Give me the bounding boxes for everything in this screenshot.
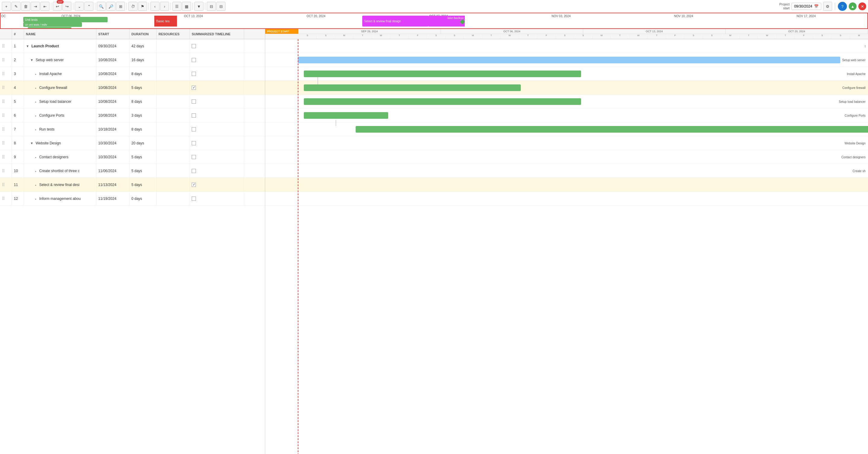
- task-name[interactable]: ● Install Apache: [26, 72, 62, 76]
- task-checkbox[interactable]: [192, 169, 196, 173]
- drag-handle[interactable]: ⠿: [0, 136, 12, 150]
- task-name[interactable]: ● Run tests: [26, 127, 55, 131]
- drag-handle[interactable]: ⠿: [0, 109, 12, 122]
- drag-handle[interactable]: ⠿: [0, 81, 12, 94]
- expand-button[interactable]: ⌄: [75, 2, 84, 11]
- task-timeline: [190, 192, 244, 205]
- task-checkbox[interactable]: [192, 99, 196, 104]
- redo-button[interactable]: ↪: [62, 2, 71, 11]
- edit-button[interactable]: ✎: [11, 2, 21, 11]
- collapse-icon[interactable]: ▼: [30, 141, 33, 145]
- task-duration: 5 days: [130, 164, 157, 178]
- fit-button[interactable]: ⊞: [116, 2, 125, 11]
- columns-button[interactable]: ⊟: [216, 2, 225, 11]
- task-timeline: [190, 150, 244, 164]
- drag-handle[interactable]: ⠿: [0, 150, 12, 164]
- table-row: ⠿ 10 ● Create shortlist of three c 11/06…: [0, 164, 265, 178]
- task-checkbox[interactable]: [192, 44, 196, 48]
- task-checkbox[interactable]: ✓: [192, 183, 196, 187]
- project-start-date-value: 09/30/2024: [794, 4, 812, 8]
- task-checkbox[interactable]: [192, 127, 196, 131]
- task-duration: 3 days: [130, 109, 157, 122]
- drag-handle[interactable]: ⠿: [0, 39, 12, 53]
- task-resources: [157, 136, 190, 150]
- day-label: S: [574, 34, 592, 39]
- task-resources: [157, 164, 190, 178]
- row-num: 10: [12, 164, 24, 178]
- next-button[interactable]: ›: [160, 2, 169, 11]
- add-task-button[interactable]: +: [2, 2, 11, 11]
- delete-button[interactable]: 🗑: [21, 2, 30, 11]
- drag-handle[interactable]: ⠿: [0, 95, 12, 108]
- task-checkbox[interactable]: [192, 58, 196, 62]
- task-name[interactable]: ● Setup load balancer: [26, 99, 71, 104]
- task-name[interactable]: ● Create shortlist of three c: [26, 169, 80, 173]
- task-duration: 8 days: [130, 122, 157, 136]
- task-resources: [157, 192, 190, 205]
- task-resources: [157, 81, 190, 94]
- project-start-date[interactable]: 09/30/2024 📅: [792, 3, 821, 10]
- calendar-icon: 📅: [814, 4, 818, 8]
- drag-handle[interactable]: ⠿: [0, 67, 12, 81]
- collapse-button[interactable]: ⌃: [84, 2, 93, 11]
- task-duration: 5 days: [130, 178, 157, 191]
- task-resources: [157, 95, 190, 108]
- th-timeline: SUMMARIZED TIMELINE: [190, 29, 244, 39]
- flag-button[interactable]: ⚑: [138, 2, 147, 11]
- table-row: ⠿ 4 ● Configure firewall 10/08/2024 5 da…: [0, 81, 265, 95]
- drag-handle[interactable]: ⠿: [0, 53, 12, 67]
- indent-button[interactable]: ⇥: [31, 2, 40, 11]
- group-button[interactable]: ⊟: [207, 2, 216, 11]
- drag-handle[interactable]: ⠿: [0, 192, 12, 205]
- task-name-cell: ● Create shortlist of three c: [24, 164, 96, 178]
- collapse-icon[interactable]: ▼: [26, 44, 29, 48]
- collapse-icon[interactable]: ▼: [30, 58, 33, 62]
- settings-button[interactable]: ⚙: [823, 2, 832, 11]
- filter-button[interactable]: ▼: [194, 2, 204, 11]
- drag-handle[interactable]: ⠿: [0, 164, 12, 178]
- task-timeline: ✓: [190, 81, 244, 94]
- timeline-date-oct20: OCT 20, 2024: [255, 14, 377, 28]
- task-name-cell: ● Inform management abou: [24, 192, 96, 205]
- task-timeline: [190, 53, 244, 67]
- timeline-date-oct13: OCT 13, 2024: [132, 14, 255, 28]
- timeline-bar-ui-tests: UI unit tests / indiv: [23, 22, 82, 27]
- task-name[interactable]: ● Contact designers: [26, 155, 68, 159]
- zoom-out-button[interactable]: 🔎: [106, 2, 116, 11]
- drag-handle[interactable]: ⠿: [0, 122, 12, 136]
- help-button[interactable]: ?: [838, 2, 847, 11]
- zoom-in-button[interactable]: 🔍: [97, 2, 106, 11]
- day-label: T: [611, 34, 629, 39]
- task-checkbox[interactable]: [192, 72, 196, 76]
- row-num: 11: [12, 178, 24, 191]
- task-checkbox[interactable]: ✓: [192, 86, 196, 90]
- baseline-button[interactable]: ⏱: [128, 2, 137, 11]
- gantt-row-contact-designers: Contact designers: [265, 150, 868, 164]
- table-row: ⠿ 3 ● Install Apache 10/08/2024 8 days: [0, 67, 265, 81]
- task-name[interactable]: ▼ Website Design: [26, 141, 61, 145]
- row-num: 3: [12, 67, 24, 81]
- task-name[interactable]: ▼ Launch Product: [26, 44, 59, 48]
- task-name[interactable]: ● Configure firewall: [26, 86, 67, 90]
- outdent-button[interactable]: ⇤: [40, 2, 50, 11]
- task-checkbox[interactable]: [192, 196, 196, 201]
- prev-button[interactable]: ‹: [150, 2, 159, 11]
- drag-handle[interactable]: ⠿: [0, 178, 12, 191]
- gantt-row-label-website-design: Website Design: [844, 141, 866, 145]
- table-view-button[interactable]: ▦: [182, 2, 191, 11]
- gantt-row-launch: t: [265, 39, 868, 53]
- task-checkbox[interactable]: [192, 155, 196, 159]
- task-name[interactable]: ● Select & review final desi: [26, 183, 80, 187]
- task-name[interactable]: ▼ Setup web server: [26, 58, 64, 62]
- close-button[interactable]: ✕: [858, 2, 866, 10]
- connector-line: [318, 77, 318, 84]
- gantt-date-oct06: OCT 06, 2024: [441, 29, 584, 34]
- timeline-date-nov03: NOV 03, 2024: [500, 14, 622, 28]
- task-checkbox[interactable]: [192, 141, 196, 145]
- task-name[interactable]: ● Configure Ports: [26, 113, 64, 118]
- task-name[interactable]: ● Inform management abou: [26, 196, 81, 201]
- task-checkbox[interactable]: [192, 113, 196, 118]
- gantt-row-label-setup-web: Setup web server: [842, 58, 866, 61]
- task-start: 10/08/2024: [96, 81, 130, 94]
- list-view-button[interactable]: ☰: [173, 2, 181, 11]
